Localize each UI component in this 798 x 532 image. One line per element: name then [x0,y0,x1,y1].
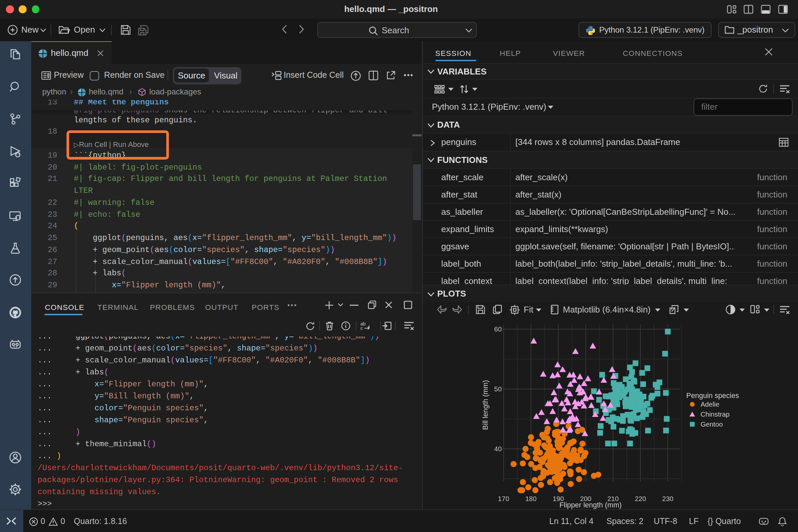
svg-text:Gentoo: Gentoo [700,421,723,428]
svg-text:50: 50 [494,385,501,393]
svg-text:Chinstrap: Chinstrap [700,411,729,418]
svg-text:Penguin species: Penguin species [686,391,739,400]
svg-text:Flipper length (mm): Flipper length (mm) [559,501,621,509]
svg-text:170: 170 [498,495,509,502]
svg-text:Adelie: Adelie [700,401,719,408]
svg-text:60: 60 [494,325,501,333]
svg-text:c: c [360,325,362,330]
svg-text:40: 40 [494,445,501,453]
svg-text:220: 220 [634,495,646,502]
svg-text:Bill length (mm): Bill length (mm) [481,380,489,430]
svg-text:230: 230 [662,495,673,502]
svg-text:180: 180 [525,495,536,502]
